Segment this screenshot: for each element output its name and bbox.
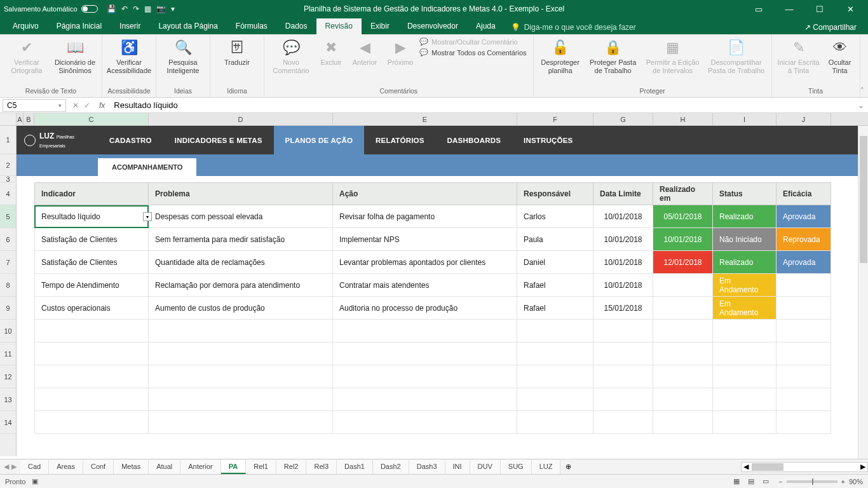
- cell-responsavel[interactable]: Paula: [517, 228, 593, 251]
- cell-problema[interactable]: Sem ferramenta para medir satisfação: [149, 228, 333, 251]
- accessibility-button[interactable]: ♿Verificar Acessibilidade: [106, 37, 152, 74]
- table-row-empty[interactable]: [34, 365, 868, 388]
- prev-comment-button[interactable]: ◀Anterior: [348, 37, 381, 74]
- cell-eficacia[interactable]: Aprovada: [776, 251, 831, 274]
- horizontal-scrollbar[interactable]: ◀▶: [741, 462, 868, 472]
- tab-dados[interactable]: Dados: [276, 18, 316, 34]
- cell-eficacia[interactable]: Reprovada: [776, 228, 831, 251]
- smart-lookup-button[interactable]: 🔍Pesquisa Inteligente: [160, 37, 206, 74]
- col-header[interactable]: H: [653, 113, 713, 125]
- cell-indicador[interactable]: Custos operacionais: [34, 297, 149, 320]
- sheet-nav-prev-icon[interactable]: ◀: [4, 463, 9, 471]
- scroll-left-icon[interactable]: ◀: [742, 463, 750, 471]
- nav-relatorios[interactable]: RELATÓRIOS: [364, 126, 436, 154]
- cell-problema[interactable]: Quantidade alta de reclamações: [149, 251, 333, 274]
- hide-ink-button[interactable]: 👁Ocultar Tinta: [824, 37, 856, 74]
- unshare-workbook-button[interactable]: 📄Descompartilhar Pasta de Trabalho: [705, 37, 768, 74]
- row-header[interactable]: 12: [0, 365, 16, 388]
- sheet-tab[interactable]: DUV: [470, 460, 501, 474]
- th-status[interactable]: Status: [713, 182, 776, 205]
- sheet-tab[interactable]: SUG: [501, 460, 532, 474]
- thesaurus-button[interactable]: 📖Dicionário de Sinônimos: [52, 37, 98, 74]
- new-comment-button[interactable]: 💬Novo Comentário: [268, 37, 314, 74]
- cell-status[interactable]: Em Andamento: [713, 297, 776, 320]
- th-eficacia[interactable]: Eficácia: [776, 182, 831, 205]
- sheet-tab[interactable]: Dash2: [373, 460, 409, 474]
- table-row[interactable]: Satisfação de ClientesQuantidade alta de…: [34, 251, 868, 274]
- table-row-empty[interactable]: [34, 342, 868, 365]
- nav-cadastro[interactable]: CADASTRO: [98, 126, 163, 154]
- table-icon[interactable]: ▦: [144, 4, 151, 13]
- cell-indicador[interactable]: Satisfação de Clientes: [34, 228, 149, 251]
- cell-realizado[interactable]: 10/01/2018: [653, 228, 713, 251]
- minimize-icon[interactable]: —: [775, 0, 803, 18]
- cell-status[interactable]: Em Andamento: [713, 274, 776, 297]
- share-button[interactable]: ↗ Compartilhar: [797, 20, 864, 34]
- sheet-nav-next-icon[interactable]: ▶: [11, 463, 17, 471]
- select-all-corner[interactable]: [0, 113, 17, 125]
- tab-inserir[interactable]: Inserir: [111, 18, 149, 34]
- table-row-empty[interactable]: [34, 388, 868, 411]
- tell-me-search[interactable]: 💡 Diga-me o que você deseja fazer: [505, 20, 642, 34]
- col-header[interactable]: B: [24, 113, 34, 125]
- th-acao[interactable]: Ação: [333, 182, 517, 205]
- sheet-tab[interactable]: Rel3: [306, 460, 337, 474]
- cell-acao[interactable]: Revisar folha de pagamento: [333, 205, 517, 228]
- normal-view-icon[interactable]: ▦: [730, 475, 743, 487]
- table-row[interactable]: Resultado líquidoDespesas com pessoal el…: [34, 205, 868, 228]
- col-header[interactable]: G: [593, 113, 653, 125]
- cell-status[interactable]: Realizado: [713, 251, 776, 274]
- row-header[interactable]: 13: [0, 388, 16, 411]
- cancel-icon[interactable]: ✕: [72, 101, 79, 110]
- cell-acao[interactable]: Auditoria no processo de produção: [333, 297, 517, 320]
- cell-acao[interactable]: Levantar problemas apontados por cliente…: [333, 251, 517, 274]
- spell-check-button[interactable]: ✔Verificar Ortografia: [4, 37, 50, 74]
- col-header[interactable]: C: [34, 113, 149, 125]
- row-header[interactable]: 6: [0, 228, 16, 251]
- cell-status[interactable]: Não Iniciado: [713, 228, 776, 251]
- row-header[interactable]: 2: [0, 154, 16, 176]
- sheet-tab[interactable]: Areas: [49, 460, 83, 474]
- maximize-icon[interactable]: ☐: [806, 0, 834, 18]
- nav-instrucoes[interactable]: INSTRUÇÕES: [512, 126, 584, 154]
- sheet-tab[interactable]: Dash1: [337, 460, 373, 474]
- zoom-in-icon[interactable]: +: [841, 478, 845, 485]
- zoom-level[interactable]: 90%: [849, 478, 863, 485]
- tab-arquivo[interactable]: Arquivo: [4, 18, 48, 34]
- nav-planos[interactable]: PLANOS DE AÇÃO: [274, 126, 365, 154]
- row-header[interactable]: 1: [0, 126, 16, 154]
- close-icon[interactable]: ✕: [836, 0, 864, 18]
- cell-realizado[interactable]: [653, 274, 713, 297]
- cell-eficacia[interactable]: [776, 274, 831, 297]
- tab-ajuda[interactable]: Ajuda: [467, 18, 505, 34]
- th-indicador[interactable]: Indicador: [34, 182, 149, 205]
- sheet-tab[interactable]: PA: [221, 460, 246, 474]
- undo-icon[interactable]: ↶: [121, 4, 128, 13]
- next-comment-button[interactable]: ▶Próximo: [384, 37, 417, 74]
- add-sheet-button[interactable]: ⊕: [560, 463, 576, 471]
- cell-problema[interactable]: Aumento de custos de produção: [149, 297, 333, 320]
- cell-limite[interactable]: 10/01/2018: [593, 205, 653, 228]
- table-row[interactable]: Tempo de AtendimentoReclamação por demor…: [34, 274, 868, 297]
- cell-indicador[interactable]: Satisfação de Clientes: [34, 251, 149, 274]
- sheet-tab[interactable]: Metas: [114, 460, 149, 474]
- redo-icon[interactable]: ↷: [133, 4, 139, 13]
- row-header[interactable]: 4: [0, 182, 16, 205]
- row-header[interactable]: 14: [0, 411, 16, 434]
- row-header[interactable]: 3: [0, 176, 16, 182]
- cell-realizado[interactable]: [653, 297, 713, 320]
- cell-limite[interactable]: 10/01/2018: [593, 251, 653, 274]
- row-header[interactable]: 11: [0, 342, 16, 365]
- translate-button[interactable]: 🈂Traduzir: [214, 37, 260, 67]
- sheet-tab[interactable]: LUZ: [532, 460, 561, 474]
- th-limite[interactable]: Data Limite: [593, 182, 653, 205]
- row-header[interactable]: 8: [0, 274, 16, 297]
- sheet-tab[interactable]: Atual: [149, 460, 180, 474]
- page-break-icon[interactable]: ▭: [759, 475, 772, 487]
- table-row[interactable]: Custos operacionaisAumento de custos de …: [34, 297, 868, 320]
- scroll-thumb[interactable]: [752, 463, 783, 471]
- th-realizado[interactable]: Realizado em: [653, 182, 713, 205]
- nav-indicadores[interactable]: INDICADORES E METAS: [163, 126, 274, 154]
- col-header[interactable]: J: [776, 113, 831, 125]
- row-header[interactable]: 10: [0, 320, 16, 342]
